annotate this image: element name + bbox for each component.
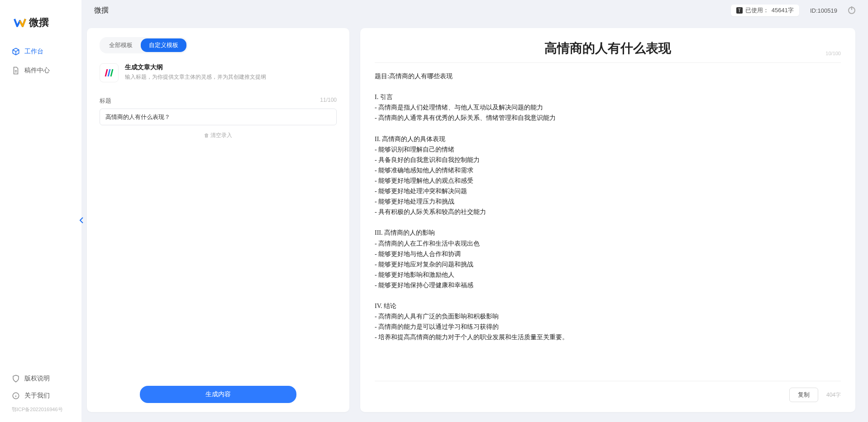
page-title: 微撰 bbox=[94, 6, 109, 15]
template-title: 生成文章大纲 bbox=[125, 63, 266, 71]
nav-item-label: 版权说明 bbox=[24, 375, 50, 383]
sidebar-bottom: 版权说明 关于我们 鄂ICP备2022016946号 bbox=[0, 370, 81, 422]
title-input[interactable] bbox=[100, 109, 337, 125]
nav-item-label: 关于我们 bbox=[24, 392, 50, 400]
sidebar: 微撰 工作台 稿件中心 版权说明 bbox=[0, 0, 81, 422]
usage-badge-icon: T bbox=[736, 7, 743, 14]
usage-label: 已使用： bbox=[745, 6, 769, 14]
doc-footer: 复制 404字 bbox=[375, 381, 841, 402]
shield-icon bbox=[12, 375, 20, 383]
field-label: 标题 bbox=[100, 97, 111, 105]
nav-item-label: 工作台 bbox=[24, 47, 43, 56]
main: 微撰 T 已使用： 45641字 ID:100519 全部模板 自定义模板 bbox=[81, 0, 868, 422]
logo-text: 微撰 bbox=[29, 16, 49, 29]
content: 全部模板 自定义模板 生成文章大纲 输入标题，为你提供文章主体的灵感，并为其创建… bbox=[81, 21, 868, 422]
power-icon[interactable] bbox=[848, 7, 855, 14]
nav-item-workbench[interactable]: 工作台 bbox=[5, 43, 76, 60]
template-icon bbox=[100, 63, 119, 82]
logo-mark-icon bbox=[14, 16, 26, 29]
doc-body[interactable]: 题目:高情商的人有哪些表现 I. 引言 - 高情商是指人们处理情绪、与他人互动以… bbox=[375, 71, 841, 376]
cube-icon bbox=[12, 47, 20, 56]
title-field: 标题 11/100 bbox=[100, 97, 337, 125]
template-desc: 输入标题，为你提供文章主体的灵感，并为其创建推文提纲 bbox=[125, 73, 266, 81]
template-tabs: 全部模板 自定义模板 bbox=[100, 37, 188, 53]
generate-button[interactable]: 生成内容 bbox=[140, 386, 296, 403]
tab-custom-templates[interactable]: 自定义模板 bbox=[141, 38, 186, 52]
clear-input-button[interactable]: 清空录入 bbox=[100, 132, 337, 139]
usage-value: 45641字 bbox=[772, 6, 794, 14]
tab-all-templates[interactable]: 全部模板 bbox=[101, 38, 141, 52]
field-char-count: 11/100 bbox=[320, 97, 337, 105]
doc-title-count: 10/100 bbox=[825, 51, 841, 56]
left-panel: 全部模板 自定义模板 生成文章大纲 输入标题，为你提供文章主体的灵感，并为其创建… bbox=[87, 28, 349, 412]
topbar: 微撰 T 已使用： 45641字 ID:100519 bbox=[81, 0, 868, 21]
template-card: 生成文章大纲 输入标题，为你提供文章主体的灵感，并为其创建推文提纲 bbox=[100, 63, 337, 82]
word-count: 404字 bbox=[826, 391, 841, 399]
usage-pill[interactable]: T 已使用： 45641字 bbox=[731, 5, 799, 16]
user-id: ID:100519 bbox=[810, 7, 837, 14]
nav-item-drafts[interactable]: 稿件中心 bbox=[5, 62, 76, 79]
nav-item-about[interactable]: 关于我们 bbox=[5, 387, 76, 404]
icp-text: 鄂ICP备2022016946号 bbox=[5, 404, 76, 418]
nav-item-label: 稿件中心 bbox=[24, 66, 50, 75]
doc-icon bbox=[12, 66, 20, 75]
nav: 工作台 稿件中心 bbox=[0, 43, 81, 79]
sidebar-collapse-handle[interactable] bbox=[78, 215, 85, 226]
template-meta: 生成文章大纲 输入标题，为你提供文章主体的灵感，并为其创建推文提纲 bbox=[125, 63, 266, 81]
info-icon bbox=[12, 392, 20, 400]
copy-button[interactable]: 复制 bbox=[789, 388, 818, 402]
topbar-right: T 已使用： 45641字 ID:100519 bbox=[731, 5, 855, 16]
right-panel: 高情商的人有什么表现 10/100 题目:高情商的人有哪些表现 I. 引言 - … bbox=[360, 28, 855, 412]
logo: 微撰 bbox=[0, 16, 81, 43]
doc-title-wrap: 高情商的人有什么表现 10/100 bbox=[375, 40, 841, 63]
doc-title[interactable]: 高情商的人有什么表现 bbox=[375, 40, 841, 57]
nav-item-copyright[interactable]: 版权说明 bbox=[5, 370, 76, 387]
